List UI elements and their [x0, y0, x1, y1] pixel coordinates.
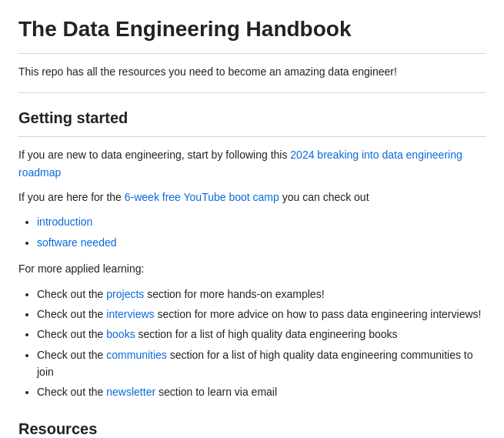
introduction-link[interactable]: introduction [37, 216, 92, 228]
applied-learning-label: For more applied learning: [18, 260, 486, 277]
interviews-suffix: section for more advice on how to pass d… [155, 308, 482, 320]
list-item: Check out the projects section for more … [37, 286, 486, 303]
list-item: Check out the interviews section for mor… [37, 306, 486, 323]
projects-link[interactable]: projects [106, 288, 144, 300]
communities-prefix: Check out the [37, 349, 106, 361]
bootcamp-bullet-list: introduction software needed [37, 213, 486, 251]
page-subtitle: This repo has all the resources you need… [18, 63, 486, 93]
getting-started-heading: Getting started [18, 105, 486, 137]
youtube-bootcamp-link[interactable]: 6-week free YouTube boot camp [125, 191, 279, 203]
list-item: software needed [37, 234, 486, 251]
resources-section: Resources Great list of over 25 books To… [18, 416, 486, 438]
intro-para2-prefix: If you are here for the [18, 191, 125, 203]
books-prefix: Check out the [37, 328, 106, 340]
list-item: introduction [37, 213, 486, 230]
newsletter-prefix: Check out the [37, 386, 106, 398]
newsletter-suffix: section to learn via email [155, 386, 277, 398]
intro-para2: If you are here for the 6-week free YouT… [18, 189, 486, 206]
projects-suffix: section for more hands-on examples! [144, 288, 324, 300]
newsletter-link[interactable]: newsletter [106, 386, 155, 398]
intro-para1-prefix: If you are new to data engineering, star… [18, 149, 290, 161]
books-suffix: section for a list of high quality data … [135, 328, 398, 340]
projects-prefix: Check out the [37, 288, 106, 300]
interviews-link[interactable]: interviews [106, 308, 154, 320]
list-item: Check out the books section for a list o… [37, 326, 486, 343]
books-link[interactable]: books [106, 328, 135, 340]
intro-para2-suffix: you can check out [279, 191, 369, 203]
interviews-prefix: Check out the [37, 308, 106, 320]
intro-para1: If you are new to data engineering, star… [18, 146, 486, 181]
resources-heading: Resources [18, 416, 486, 438]
software-needed-link[interactable]: software needed [37, 236, 117, 249]
applied-learning-list: Check out the projects section for more … [37, 286, 486, 401]
list-item: Check out the newsletter section to lear… [37, 383, 486, 400]
getting-started-section: Getting started If you are new to data e… [18, 105, 486, 401]
list-item: Check out the communities section for a … [37, 346, 486, 381]
communities-link[interactable]: communities [106, 349, 167, 361]
page-title: The Data Engineering Handbook [18, 12, 486, 54]
